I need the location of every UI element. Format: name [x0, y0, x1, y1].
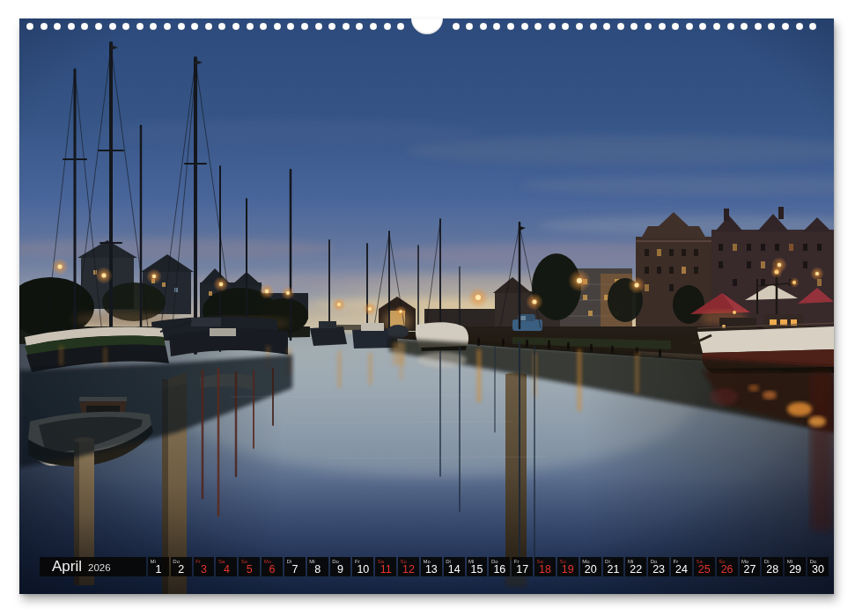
binding-hole	[562, 23, 569, 30]
day-cell: Di 14	[444, 557, 465, 576]
day-cell: Fr 3	[194, 557, 215, 576]
day-cell: So 26	[717, 557, 738, 576]
day-cells: Mi 1 Do 2 Fr 3 Sa 4 So 5 Mo 6 Di 7 Mi 8 …	[148, 557, 829, 576]
binding-hole	[315, 23, 322, 30]
binding-hole	[95, 23, 102, 30]
day-number: 13	[421, 563, 442, 576]
binding-hole	[41, 23, 48, 30]
day-number: 1	[148, 563, 169, 576]
binding-hole	[686, 23, 693, 30]
day-cell: Fr 24	[671, 557, 692, 576]
binding-hole	[576, 23, 583, 30]
binding-hole	[727, 23, 734, 30]
day-number: 12	[398, 563, 419, 576]
binding-hole	[521, 23, 528, 30]
binding-hole	[507, 23, 514, 30]
calendar-strip: April 2026 Mi 1 Do 2 Fr 3 Sa 4 So 5 Mo 6…	[40, 557, 829, 576]
day-number: 6	[262, 563, 283, 576]
binding-hole	[466, 23, 473, 30]
day-cell: Sa 25	[694, 557, 715, 576]
day-cell: Mi 8	[307, 557, 328, 576]
binding-hole	[81, 23, 88, 30]
binding-hole	[713, 23, 720, 30]
day-cell: Di 28	[762, 557, 783, 576]
day-number: 17	[512, 563, 533, 576]
day-number: 5	[239, 563, 260, 576]
page-background: April 2026 Mi 1 Do 2 Fr 3 Sa 4 So 5 Mo 6…	[0, 0, 855, 616]
day-cell: Do 16	[489, 557, 510, 576]
day-number: 10	[352, 563, 373, 576]
day-cell: Mi 1	[148, 557, 169, 576]
binding-hole	[699, 23, 706, 30]
day-number: 30	[807, 563, 829, 576]
day-number: 23	[648, 563, 669, 576]
binding-hole	[122, 23, 129, 30]
binding-hole	[164, 23, 171, 30]
day-number: 14	[444, 563, 465, 576]
day-number: 28	[762, 563, 783, 576]
harbor-photo	[19, 18, 834, 594]
day-cell: Mo 13	[421, 557, 442, 576]
photo-vignette	[19, 18, 834, 594]
binding-hole	[356, 23, 363, 30]
day-number: 29	[785, 563, 806, 576]
day-cell: Mi 15	[467, 557, 488, 576]
month-label: April	[52, 557, 82, 576]
day-number: 18	[534, 563, 556, 576]
day-number: 19	[557, 563, 579, 576]
binding-hole	[493, 23, 500, 30]
binding-hole	[370, 23, 377, 30]
binding-hole	[480, 23, 487, 30]
year-label: 2026	[88, 562, 111, 573]
day-cell: Mo 6	[262, 557, 283, 576]
binding-hole	[453, 23, 460, 30]
binding-hole	[809, 23, 816, 30]
binding-hole	[590, 23, 597, 30]
day-cell: Mo 20	[580, 557, 601, 576]
binding-hole	[617, 23, 624, 30]
day-cell: Do 23	[648, 557, 669, 576]
binding-hole	[343, 23, 350, 30]
binding-hole	[301, 23, 308, 30]
binding-hole	[287, 23, 294, 30]
day-cell: So 5	[239, 557, 260, 576]
binding-hole	[247, 23, 254, 30]
day-number: 4	[216, 563, 237, 576]
day-cell: Di 21	[603, 557, 624, 576]
day-number: 9	[330, 563, 351, 576]
binding-hole	[205, 23, 212, 30]
binding-hole	[26, 23, 33, 30]
day-number: 16	[489, 563, 510, 576]
binding-hole	[274, 23, 281, 30]
binding-hole	[630, 23, 638, 30]
day-number: 20	[580, 563, 601, 576]
day-cell: Fr 17	[512, 557, 533, 576]
binding-hole	[191, 23, 198, 30]
binding-hole	[645, 23, 652, 30]
day-number: 24	[671, 563, 692, 576]
binding-hole	[54, 23, 61, 30]
binding-hole	[218, 23, 225, 30]
day-cell: Sa 4	[216, 557, 237, 576]
binding-hole	[796, 23, 803, 30]
binding-hole	[755, 23, 762, 30]
calendar-sheet: April 2026 Mi 1 Do 2 Fr 3 Sa 4 So 5 Mo 6…	[19, 18, 834, 594]
day-number: 26	[717, 563, 738, 576]
binding-hole	[534, 23, 542, 30]
binding-hole	[260, 23, 267, 30]
day-number: 25	[694, 563, 715, 576]
binding-hole	[384, 23, 391, 30]
day-number: 11	[375, 563, 396, 576]
day-cell: So 19	[557, 557, 579, 576]
binding-hole	[603, 23, 610, 30]
binding-hole	[397, 23, 404, 30]
day-number: 22	[625, 563, 646, 576]
day-number: 21	[603, 563, 624, 576]
month-year-label: April 2026	[40, 557, 146, 576]
binding-hole	[150, 23, 157, 30]
binding-hole	[109, 23, 116, 30]
day-number: 8	[307, 563, 328, 576]
day-cell: Di 7	[284, 557, 306, 576]
binding-hole	[782, 23, 789, 30]
day-number: 3	[194, 563, 215, 576]
